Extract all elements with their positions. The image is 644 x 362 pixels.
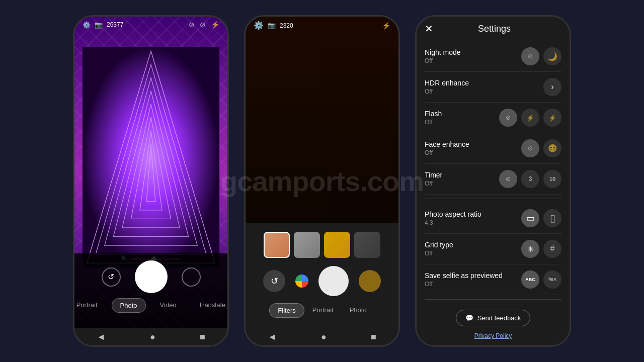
- back-nav[interactable]: ◄: [97, 332, 106, 342]
- filter-dark[interactable]: [354, 232, 380, 258]
- back-nav-3[interactable]: ◄: [439, 343, 448, 347]
- hdr-label: HDR enhance: [425, 79, 469, 87]
- setting-left-face: Face enhance Off: [425, 140, 469, 156]
- grid-label: Grid type: [425, 241, 453, 249]
- setting-left-selfie: Save selfie as previewed Off: [425, 272, 503, 288]
- filter-warm[interactable]: [264, 232, 290, 258]
- aspect-169-btn[interactable]: ▯: [543, 209, 561, 227]
- flip-btn-2[interactable]: ↺: [263, 270, 285, 292]
- face-sub: Off: [425, 149, 469, 156]
- phone-camera: ⚙️ 📷 26377 ⊘ ⊘ ⚡ 🔍 ↺: [73, 15, 229, 347]
- filter-cool[interactable]: [294, 232, 320, 258]
- privacy-link[interactable]: Privacy Policy: [425, 332, 561, 339]
- recents-nav-3[interactable]: ■: [542, 343, 547, 347]
- mute-icon: ⊘: [189, 21, 195, 29]
- shutter-row: ↺: [83, 260, 219, 293]
- aspect-sub: 4:3: [425, 219, 481, 226]
- tab-filters[interactable]: Filters: [269, 303, 304, 318]
- tab-portrait[interactable]: Portrait: [73, 298, 106, 313]
- flash-on-btn[interactable]: ⚡: [543, 109, 561, 127]
- camera-count-icon: 📷: [95, 21, 103, 29]
- settings-icon[interactable]: ⚙️: [83, 21, 91, 29]
- face-off-btn[interactable]: ⊘: [521, 139, 539, 157]
- phone-filter: ⚙️ 📷 2320 ⚡ ↺: [244, 15, 400, 347]
- divider-2: [425, 299, 561, 300]
- aspect-icons: ▭ ▯: [521, 209, 561, 227]
- grid-on-btn[interactable]: #: [543, 240, 561, 258]
- setting-left-flash: Flash Off: [425, 110, 442, 126]
- setting-left-night: Night mode Off: [425, 48, 461, 64]
- night-mode-on-btn[interactable]: 🌙: [543, 47, 561, 65]
- feedback-container: 💬 Send feedback: [425, 304, 561, 332]
- grid-sub: Off: [425, 250, 453, 257]
- home-nav-2[interactable]: ●: [321, 332, 327, 342]
- gallery-btn-2[interactable]: [359, 270, 381, 292]
- selfie-normal-btn[interactable]: ABC: [521, 270, 539, 289]
- tab-video[interactable]: Video: [152, 298, 185, 313]
- flash-sub: Off: [425, 119, 442, 126]
- selfie-sub: Off: [425, 281, 503, 288]
- home-nav[interactable]: ●: [150, 332, 155, 342]
- grid-icons: ✳ #: [521, 240, 561, 258]
- selfie-label: Save selfie as previewed: [425, 272, 503, 280]
- close-button[interactable]: ✕: [425, 23, 433, 35]
- recents-nav-2[interactable]: ■: [371, 332, 376, 342]
- setting-left-aspect: Photo aspect ratio 4:3: [425, 210, 481, 226]
- night-mode-sub: Off: [425, 57, 461, 64]
- gallery-button[interactable]: [182, 267, 201, 287]
- face-icons: ⊘ 😊: [521, 139, 561, 157]
- tab-photo-2[interactable]: Photo: [342, 303, 375, 318]
- timer-10s-btn[interactable]: 10: [543, 170, 561, 188]
- face-on-btn[interactable]: 😊: [543, 139, 561, 157]
- setting-aspect-ratio: Photo aspect ratio 4:3 ▭ ▯: [425, 203, 561, 234]
- timer-3s-btn[interactable]: 3: [521, 170, 539, 188]
- settings-icon-2[interactable]: ⚙️: [254, 21, 264, 30]
- flash-icon-2[interactable]: ⚡: [382, 22, 390, 30]
- setting-face-enhance: Face enhance Off ⊘ 😊: [425, 133, 561, 164]
- shutter-button[interactable]: [135, 260, 168, 293]
- setting-left-hdr: HDR enhance Off: [425, 79, 469, 95]
- shutter-btn-2[interactable]: [318, 266, 349, 296]
- flip-button[interactable]: ↺: [102, 267, 121, 287]
- status-bar-2: ⚙️ 📷 2320 ⚡: [246, 17, 398, 34]
- grid-off-btn[interactable]: ✳: [521, 240, 539, 258]
- setting-timer: Timer Off ⊘ 3 10: [425, 164, 561, 195]
- status-right-2: ⚡: [382, 22, 390, 30]
- back-nav-2[interactable]: ◄: [268, 332, 277, 342]
- flash-icons: ⊘ ⚡ ⚡: [499, 109, 561, 127]
- selfie-mirror-btn[interactable]: ᴲBA: [543, 270, 561, 289]
- mode-tabs: Portrait Photo Video Translate: [73, 298, 229, 313]
- filter-panel: ↺ Filters Portrait Photo: [246, 223, 398, 328]
- home-nav-3[interactable]: ●: [492, 343, 498, 347]
- tab-translate[interactable]: Translate: [191, 298, 229, 313]
- night-mode-label: Night mode: [425, 48, 461, 56]
- status-right: ⊘ ⊘ ⚡: [189, 21, 219, 29]
- hdr-chevron[interactable]: ›: [543, 78, 561, 96]
- selfie-icons: ABC ᴲBA: [521, 270, 561, 289]
- nav-bar-3: ◄ ● ■: [417, 339, 570, 347]
- setting-selfie: Save selfie as previewed Off ABC ᴲBA: [425, 264, 561, 295]
- timer-icons: ⊘ 3 10: [499, 170, 561, 188]
- flash-off-btn[interactable]: ⊘: [499, 109, 517, 127]
- night-mode-off-btn[interactable]: ⊘: [521, 47, 539, 65]
- tab-portrait-2[interactable]: Portrait: [304, 303, 342, 318]
- tunnel-svg: [74, 47, 227, 267]
- setting-hdr: HDR enhance Off ›: [425, 72, 561, 103]
- send-feedback-button[interactable]: 💬 Send feedback: [456, 310, 531, 326]
- flash-off-icon: ⚡: [211, 21, 219, 29]
- setting-left-timer: Timer Off: [425, 171, 442, 187]
- face-label: Face enhance: [425, 140, 469, 148]
- setting-grid: Grid type Off ✳ #: [425, 234, 561, 264]
- aspect-43-btn[interactable]: ▭: [521, 209, 539, 227]
- camera-icon-2: 📷: [268, 22, 276, 29]
- feedback-label: Send feedback: [477, 314, 521, 322]
- timer-off-btn[interactable]: ⊘: [499, 170, 517, 188]
- phone-settings: ✕ Settings Night mode Off ⊘ 🌙 HDR enhanc…: [415, 15, 571, 347]
- divider-1: [425, 199, 561, 199]
- google-icon[interactable]: [295, 275, 308, 288]
- tab-photo[interactable]: Photo: [112, 298, 146, 313]
- filter-golden[interactable]: [324, 232, 350, 258]
- nav-bar-2: ◄ ● ■: [246, 328, 398, 345]
- flash-auto-btn[interactable]: ⚡: [521, 109, 539, 127]
- recents-nav[interactable]: ■: [200, 332, 205, 342]
